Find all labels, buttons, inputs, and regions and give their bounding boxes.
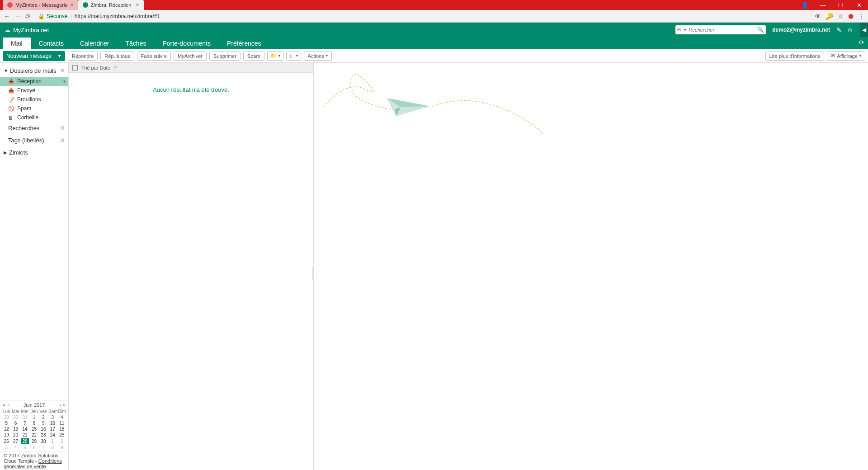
forward-button[interactable]: →	[14, 13, 21, 20]
move-folder-button[interactable]: 📁▾	[267, 51, 283, 61]
folders-header[interactable]: ▼ Dossiers de mails ⚙	[0, 65, 68, 77]
zimlets-header[interactable]: ▶ Zimlets	[0, 146, 68, 159]
reply-all-button[interactable]: Rép. à tous	[100, 52, 134, 61]
cal-day[interactable]: 23	[39, 432, 48, 438]
cal-day[interactable]: 25	[57, 432, 66, 438]
cal-day[interactable]: 1	[48, 438, 57, 445]
folder-drafts[interactable]: 📝 Brouillons	[0, 95, 68, 104]
collapse-panel-button[interactable]: ◀	[860, 23, 868, 37]
logout-icon[interactable]: ⎋	[848, 26, 852, 33]
tab-calendar[interactable]: Calendrier	[72, 38, 118, 49]
read-more-button[interactable]: Lire plus d'informations	[765, 52, 825, 61]
close-icon[interactable]: ×	[71, 2, 74, 8]
cal-prev-month[interactable]: ‹	[7, 402, 9, 408]
browser-tab-2[interactable]: Zimbra: Réception ×	[78, 0, 144, 10]
cal-day[interactable]: 9	[39, 420, 48, 426]
user-email[interactable]: demo2@myzimbra.net	[772, 27, 830, 33]
cal-day[interactable]: 16	[39, 426, 48, 432]
cal-day[interactable]: 5	[20, 445, 29, 451]
tab-mail[interactable]: Mail	[3, 38, 31, 49]
eye-icon[interactable]: 👁	[815, 13, 821, 20]
delete-button[interactable]: Supprimer	[209, 52, 241, 61]
cal-day[interactable]: 9	[57, 445, 66, 451]
tag-button[interactable]: 🏷▾	[286, 52, 301, 61]
actions-menu-button[interactable]: Actions ▾	[304, 52, 332, 61]
star-icon[interactable]: ☆	[838, 13, 844, 20]
tags-header[interactable]: Tags (libellés) ⚙	[0, 134, 68, 146]
forward-button[interactable]: Faire suivre	[137, 52, 171, 61]
cal-day[interactable]: 4	[57, 414, 66, 420]
cal-day[interactable]: 19	[2, 432, 11, 438]
gear-icon[interactable]: ⚙	[60, 68, 65, 74]
view-menu-button[interactable]: ✉ Affichage ▾	[827, 51, 865, 61]
search-icon[interactable]: 🔍	[757, 27, 764, 33]
gear-icon[interactable]: ⚙	[60, 137, 65, 143]
cal-title[interactable]: Juin 2017	[24, 402, 45, 408]
select-all-checkbox[interactable]	[72, 65, 78, 70]
cal-day[interactable]: 6	[29, 445, 38, 451]
tab-tasks[interactable]: Tâches	[118, 38, 155, 49]
cal-day[interactable]: 6	[11, 420, 20, 426]
cal-day[interactable]: 27	[11, 438, 20, 445]
cal-day[interactable]: 18	[57, 426, 66, 432]
archive-button[interactable]: MyArchiver	[174, 52, 207, 61]
search-box[interactable]: ✉ ▼ 🔍	[675, 25, 766, 34]
pencil-icon[interactable]: ✎	[836, 26, 842, 33]
cal-day[interactable]: 30	[11, 414, 20, 420]
cal-day[interactable]: 13	[11, 426, 20, 432]
tab-preferences[interactable]: Préférences	[219, 38, 269, 49]
cal-day[interactable]: 4	[11, 445, 20, 451]
cal-day[interactable]: 3	[2, 445, 11, 451]
cal-day[interactable]: 17	[48, 426, 57, 432]
chevron-down-icon[interactable]: ▾	[63, 79, 66, 84]
user-account-icon[interactable]: 👤	[796, 0, 814, 10]
cal-day[interactable]: 10	[48, 420, 57, 426]
cal-day[interactable]: 30	[39, 438, 48, 445]
cal-day[interactable]: 31	[20, 414, 29, 420]
cal-day[interactable]: 28	[20, 438, 29, 445]
cal-day[interactable]: 26	[2, 438, 11, 445]
close-window-button[interactable]: ✕	[850, 0, 868, 10]
minimize-button[interactable]: —	[814, 0, 832, 10]
new-message-button[interactable]: Nouveau message ▼	[3, 51, 65, 61]
folder-trash[interactable]: 🗑 Corbeille	[0, 113, 68, 122]
maximize-button[interactable]: ❐	[832, 0, 850, 10]
gear-icon[interactable]: ⚙	[60, 125, 65, 131]
searches-header[interactable]: Recherches ⚙	[0, 122, 68, 134]
cal-day[interactable]: 15	[29, 426, 38, 432]
cal-day[interactable]: 22	[29, 432, 38, 438]
folder-sent[interactable]: 📤 Envoyé	[0, 86, 68, 95]
cal-day[interactable]: 1	[29, 414, 38, 420]
cal-day[interactable]: 8	[29, 420, 38, 426]
cal-day[interactable]: 14	[20, 426, 29, 432]
cal-day[interactable]: 29	[2, 414, 11, 420]
cal-prev-year[interactable]: «	[3, 402, 5, 408]
chevron-down-icon[interactable]: ▼	[683, 28, 687, 32]
cal-day[interactable]: 2	[39, 414, 48, 420]
close-icon[interactable]: ×	[136, 2, 139, 8]
logo[interactable]: ☁ MyZimbra.net	[5, 27, 49, 33]
reply-button[interactable]: Répondre	[68, 52, 98, 61]
reload-button[interactable]: ⟳	[25, 13, 31, 20]
cal-day[interactable]: 11	[57, 420, 66, 426]
tab-contacts[interactable]: Contacts	[31, 38, 72, 49]
search-input[interactable]	[689, 27, 755, 33]
browser-tab-1[interactable]: MyZimbra - Messagerie ×	[3, 0, 78, 10]
cal-day[interactable]: 8	[48, 445, 57, 451]
folder-spam[interactable]: 🚫 Spam	[0, 104, 68, 113]
cal-day[interactable]: 2	[57, 438, 66, 445]
menu-icon[interactable]: ⋮	[858, 13, 864, 20]
back-button[interactable]: ←	[4, 13, 10, 20]
cal-day[interactable]: 5	[2, 420, 11, 426]
refresh-icon[interactable]: ⟳	[859, 39, 864, 46]
cal-day[interactable]: 3	[48, 414, 57, 420]
cal-next-year[interactable]: »	[63, 402, 66, 408]
cal-day[interactable]: 7	[20, 420, 29, 426]
spam-button[interactable]: Spam	[243, 52, 264, 61]
cal-day[interactable]: 20	[11, 432, 20, 438]
key-icon[interactable]: 🔑	[826, 13, 833, 20]
cal-day[interactable]: 24	[48, 432, 57, 438]
cal-day[interactable]: 21	[20, 432, 29, 438]
folder-inbox[interactable]: 📥 Réception ▾	[0, 77, 68, 86]
cal-next-month[interactable]: ›	[59, 402, 61, 408]
